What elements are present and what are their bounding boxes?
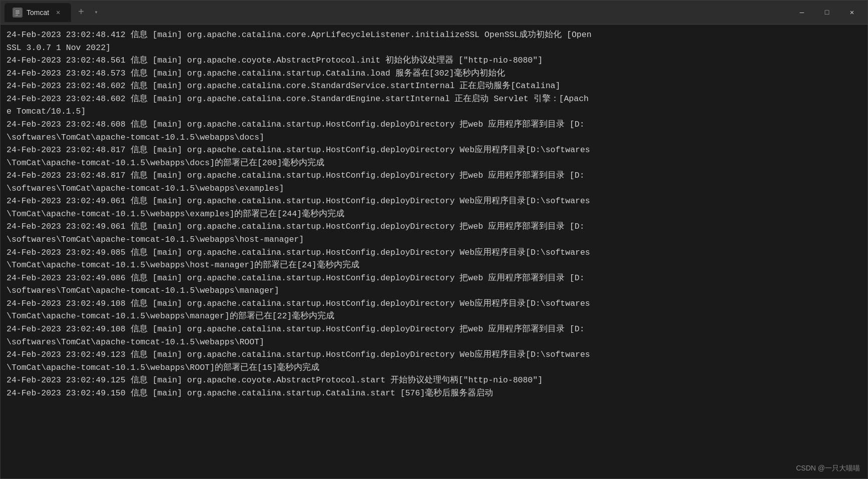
log-line: 24-Feb-2023 23:02:49.150 信息 [main] org.a… (7, 387, 861, 400)
terminal-window: Tomcat ✕ + ▾ — □ ✕ 24-Feb-2023 23:02:48.… (0, 0, 868, 479)
log-line: 24-Feb-2023 23:02:48.817 信息 [main] org.a… (7, 144, 861, 157)
log-line: 24-Feb-2023 23:02:49.123 信息 [main] org.a… (7, 348, 861, 361)
log-line: 24-Feb-2023 23:02:49.061 信息 [main] org.a… (7, 220, 861, 233)
tab-close-button[interactable]: ✕ (53, 8, 63, 18)
log-line: SSL 3.0.7 1 Nov 2022] (7, 42, 861, 55)
tab-icon (13, 8, 23, 18)
log-line: \TomCat\apache-tomcat-10.1.5\webapps\exa… (7, 208, 861, 221)
log-line: 24-Feb-2023 23:02:48.412 信息 [main] org.a… (7, 29, 861, 42)
log-line: \TomCat\apache-tomcat-10.1.5\webapps\man… (7, 310, 861, 323)
svg-rect-2 (16, 13, 20, 14)
log-line: 24-Feb-2023 23:02:48.817 信息 [main] org.a… (7, 169, 861, 182)
log-line: 24-Feb-2023 23:02:48.602 信息 [main] org.a… (7, 80, 861, 93)
log-line: 24-Feb-2023 23:02:48.602 信息 [main] org.a… (7, 93, 861, 106)
maximize-button[interactable]: □ (815, 5, 838, 21)
log-line: \TomCat\apache-tomcat-10.1.5\webapps\doc… (7, 157, 861, 170)
log-line: e Tomcat/10.1.5] (7, 105, 861, 118)
log-line: 24-Feb-2023 23:02:49.061 信息 [main] org.a… (7, 195, 861, 208)
minimize-button[interactable]: — (790, 5, 813, 21)
log-line: 24-Feb-2023 23:02:48.561 信息 [main] org.a… (7, 54, 861, 67)
log-line: 24-Feb-2023 23:02:48.573 信息 [main] org.a… (7, 67, 861, 80)
terminal-output: 24-Feb-2023 23:02:48.412 信息 [main] org.a… (1, 25, 867, 478)
log-line: \softwares\TomCat\apache-tomcat-10.1.5\w… (7, 284, 861, 297)
new-tab-button[interactable]: + (73, 5, 89, 21)
log-line: \TomCat\apache-tomcat-10.1.5\webapps\hos… (7, 259, 861, 272)
log-line: 24-Feb-2023 23:02:49.108 信息 [main] org.a… (7, 323, 861, 336)
titlebar: Tomcat ✕ + ▾ — □ ✕ (1, 1, 867, 25)
log-line: \softwares\TomCat\apache-tomcat-10.1.5\w… (7, 131, 861, 144)
tab-tomcat[interactable]: Tomcat ✕ (5, 3, 71, 22)
window-controls: — □ ✕ (790, 5, 863, 21)
tab-area: Tomcat ✕ + ▾ (5, 3, 790, 22)
log-line: \softwares\TomCat\apache-tomcat-10.1.5\w… (7, 182, 861, 195)
log-line: \softwares\TomCat\apache-tomcat-10.1.5\w… (7, 336, 861, 349)
log-line: \TomCat\apache-tomcat-10.1.5\webapps\ROO… (7, 361, 861, 374)
log-line: 24-Feb-2023 23:02:49.086 信息 [main] org.a… (7, 272, 861, 285)
tab-dropdown-button[interactable]: ▾ (89, 6, 103, 20)
log-line: 24-Feb-2023 23:02:49.108 信息 [main] org.a… (7, 297, 861, 310)
tab-label: Tomcat (27, 9, 49, 17)
log-line: 24-Feb-2023 23:02:48.608 信息 [main] org.a… (7, 118, 861, 131)
svg-rect-1 (16, 11, 20, 12)
log-line: 24-Feb-2023 23:02:49.085 信息 [main] org.a… (7, 246, 861, 259)
svg-rect-3 (16, 15, 18, 16)
log-line: \softwares\TomCat\apache-tomcat-10.1.5\w… (7, 233, 861, 246)
close-button[interactable]: ✕ (840, 5, 863, 21)
log-line: 24-Feb-2023 23:02:49.125 信息 [main] org.a… (7, 374, 861, 387)
watermark: CSDN @一只大喵喵 (796, 464, 860, 473)
